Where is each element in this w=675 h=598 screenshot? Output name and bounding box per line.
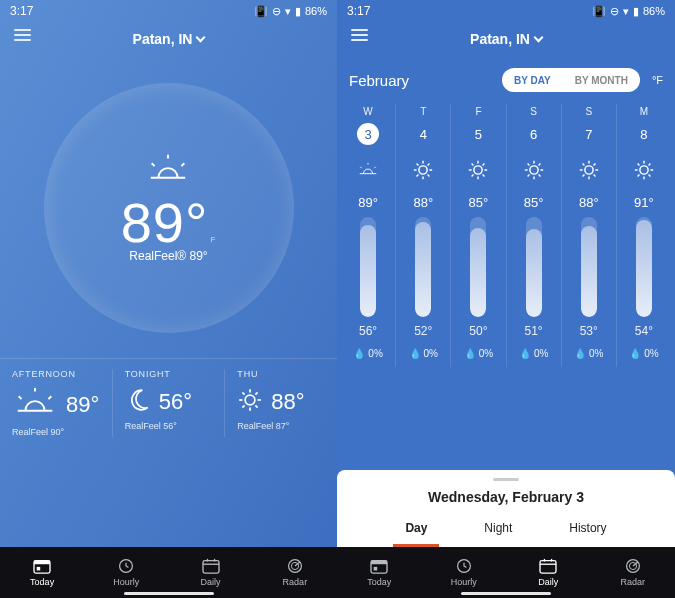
day-number[interactable]: 8 bbox=[633, 123, 655, 145]
day-number[interactable]: 5 bbox=[467, 123, 489, 145]
day-of-week: T bbox=[420, 106, 426, 117]
current-weather: 89°F RealFeel® 89° bbox=[0, 58, 337, 358]
forecast-temp: 88° bbox=[271, 389, 304, 415]
hourly-icon bbox=[116, 558, 136, 574]
day-of-week: S bbox=[530, 106, 537, 117]
day-column[interactable]: F 5 85° 50° 💧0% bbox=[451, 104, 506, 367]
day-column[interactable]: M 8 91° 54° 💧0% bbox=[617, 104, 671, 367]
nav-label: Daily bbox=[538, 577, 558, 587]
day-column[interactable]: T 4 88° 52° 💧0% bbox=[396, 104, 451, 367]
day-column[interactable]: S 7 88° 53° 💧0% bbox=[562, 104, 617, 367]
forecast-realfeel: RealFeel 90° bbox=[12, 427, 100, 437]
sun-icon bbox=[523, 159, 545, 181]
nav-label: Daily bbox=[201, 577, 221, 587]
toggle-by-day[interactable]: BY DAY bbox=[502, 68, 563, 92]
sheet-tabs: DayNightHistory bbox=[337, 515, 675, 547]
sun-icon bbox=[467, 159, 489, 181]
status-time: 3:17 bbox=[347, 4, 370, 18]
hourly-icon bbox=[454, 558, 474, 574]
forecast-temp: 56° bbox=[159, 389, 192, 415]
temp-bar bbox=[360, 217, 376, 317]
battery-percent: 86% bbox=[305, 5, 327, 17]
forecast-card[interactable]: THU 88° RealFeel 87° bbox=[224, 369, 337, 437]
month-label: February bbox=[349, 72, 494, 89]
precip: 💧0% bbox=[409, 348, 438, 359]
daily-icon bbox=[201, 558, 221, 574]
forecast-period: TONIGHT bbox=[125, 369, 213, 379]
sheet-tab-night[interactable]: Night bbox=[480, 515, 516, 541]
drop-icon: 💧 bbox=[409, 348, 421, 359]
sunset-icon bbox=[12, 387, 58, 423]
day-low: 54° bbox=[635, 324, 653, 338]
nav-hourly[interactable]: Hourly bbox=[422, 547, 507, 598]
bottom-nav: Today Hourly Daily Radar bbox=[337, 547, 675, 598]
nav-daily[interactable]: Daily bbox=[169, 547, 253, 598]
nav-hourly[interactable]: Hourly bbox=[84, 547, 168, 598]
location-label: Patan, IN bbox=[133, 31, 193, 47]
today-icon bbox=[369, 558, 389, 574]
moon-icon bbox=[125, 387, 151, 417]
nav-label: Hourly bbox=[451, 577, 477, 587]
day-of-week: S bbox=[585, 106, 592, 117]
day-high: 88° bbox=[579, 195, 599, 210]
nav-radar[interactable]: Radar bbox=[253, 547, 337, 598]
status-bar: 3:17 📳 ⊖ ▾ ▮ 86% bbox=[0, 0, 337, 20]
nav-label: Hourly bbox=[113, 577, 139, 587]
precip: 💧0% bbox=[574, 348, 603, 359]
sun-icon bbox=[633, 159, 655, 181]
day-number[interactable]: 3 bbox=[357, 123, 379, 145]
day-low: 52° bbox=[414, 324, 432, 338]
location-picker[interactable]: Patan, IN bbox=[470, 31, 542, 47]
day-number[interactable]: 4 bbox=[412, 123, 434, 145]
view-toggle[interactable]: BY DAY BY MONTH bbox=[502, 68, 640, 92]
sheet-tab-history[interactable]: History bbox=[565, 515, 610, 541]
sheet-tab-day[interactable]: Day bbox=[401, 515, 431, 541]
nav-today[interactable]: Today bbox=[337, 547, 422, 598]
drop-icon: 💧 bbox=[353, 348, 365, 359]
app-bar: Patan, IN bbox=[337, 20, 675, 58]
forecast-period: AFTERNOON bbox=[12, 369, 100, 379]
day-number[interactable]: 7 bbox=[578, 123, 600, 145]
chevron-down-icon bbox=[196, 33, 206, 43]
detail-sheet[interactable]: Wednesday, February 3 DayNightHistory bbox=[337, 470, 675, 547]
location-picker[interactable]: Patan, IN bbox=[133, 31, 205, 47]
precip: 💧0% bbox=[629, 348, 658, 359]
drop-icon: 💧 bbox=[519, 348, 531, 359]
day-column[interactable]: S 6 85° 51° 💧0% bbox=[507, 104, 562, 367]
menu-button[interactable] bbox=[351, 29, 368, 41]
day-column[interactable]: W 3 89° 56° 💧0% bbox=[341, 104, 396, 367]
condition-icon bbox=[121, 154, 217, 190]
nav-today[interactable]: Today bbox=[0, 547, 84, 598]
wifi-icon: ▾ bbox=[623, 5, 629, 18]
day-high: 91° bbox=[634, 195, 654, 210]
menu-button[interactable] bbox=[14, 29, 31, 41]
temp-bar bbox=[470, 217, 486, 317]
temp-bar bbox=[636, 217, 652, 317]
unit-label[interactable]: °F bbox=[652, 74, 663, 86]
nav-label: Radar bbox=[620, 577, 645, 587]
nav-daily[interactable]: Daily bbox=[506, 547, 591, 598]
chevron-down-icon bbox=[534, 33, 544, 43]
screen-daily: 3:17 📳 ⊖ ▾ ▮ 86% Patan, IN February BY D… bbox=[337, 0, 675, 598]
nav-radar[interactable]: Radar bbox=[591, 547, 676, 598]
location-label: Patan, IN bbox=[470, 31, 530, 47]
forecast-card[interactable]: AFTERNOON 89° RealFeel 90° bbox=[0, 369, 112, 437]
sheet-title: Wednesday, February 3 bbox=[337, 489, 675, 505]
day-low: 56° bbox=[359, 324, 377, 338]
status-bar: 3:17 📳 ⊖ ▾ ▮ 86% bbox=[337, 0, 675, 20]
forecast-temp: 89° bbox=[66, 392, 99, 418]
day-of-week: M bbox=[640, 106, 648, 117]
temp-bar bbox=[415, 217, 431, 317]
sunset-icon bbox=[357, 159, 379, 181]
month-bar: February BY DAY BY MONTH °F bbox=[337, 58, 675, 98]
days-row[interactable]: W 3 89° 56° 💧0% T 4 88° 52° 💧0% F 5 85° … bbox=[337, 98, 675, 367]
day-number[interactable]: 6 bbox=[523, 123, 545, 145]
forecast-realfeel: RealFeel 56° bbox=[125, 421, 213, 431]
nav-label: Today bbox=[30, 577, 54, 587]
forecast-card[interactable]: TONIGHT 56° RealFeel 56° bbox=[112, 369, 225, 437]
wifi-icon: ▾ bbox=[285, 5, 291, 18]
sheet-handle[interactable] bbox=[493, 478, 519, 481]
day-low: 51° bbox=[525, 324, 543, 338]
drop-icon: 💧 bbox=[464, 348, 476, 359]
toggle-by-month[interactable]: BY MONTH bbox=[563, 68, 640, 92]
